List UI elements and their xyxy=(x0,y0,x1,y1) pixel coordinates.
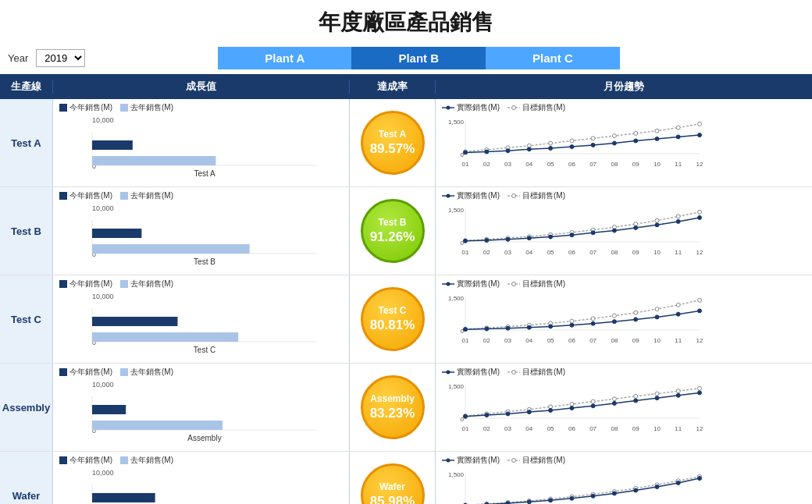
plant-tab-a[interactable]: Plant A xyxy=(218,47,351,69)
svg-text:1,500: 1,500 xyxy=(448,207,465,214)
svg-point-101 xyxy=(698,215,702,219)
legend-last-year: 去年銷售(M) xyxy=(120,367,173,378)
legend-last-year: 去年銷售(M) xyxy=(120,190,173,201)
svg-text:07: 07 xyxy=(589,161,597,168)
svg-point-32 xyxy=(570,139,574,143)
legend-last-year-label: 去年銷售(M) xyxy=(130,279,173,289)
svg-point-47 xyxy=(634,139,638,143)
svg-text:05: 05 xyxy=(547,161,554,168)
svg-text:Test B: Test B xyxy=(194,257,215,266)
svg-point-45 xyxy=(591,143,595,147)
svg-rect-5 xyxy=(92,156,215,165)
row-achieve: Wafer 85.98% xyxy=(350,452,436,504)
svg-point-185 xyxy=(570,403,574,406)
svg-point-110 xyxy=(447,282,451,286)
svg-text:11: 11 xyxy=(675,161,682,168)
svg-text:01: 01 xyxy=(462,337,469,344)
trend-actual-label: 實際銷售(M) xyxy=(457,279,500,289)
legend-this-year-label: 今年銷售(M) xyxy=(69,102,112,113)
year-label: Year xyxy=(8,52,28,64)
svg-point-254 xyxy=(698,477,702,481)
svg-text:07: 07 xyxy=(589,249,597,256)
svg-text:10,000: 10,000 xyxy=(92,469,114,477)
achieve-circle: Test C 80.81% xyxy=(361,287,425,351)
trend-actual-label: 實際銷售(M) xyxy=(457,102,500,113)
svg-point-39 xyxy=(464,151,468,154)
row-label: Test A xyxy=(0,99,53,186)
svg-text:04: 04 xyxy=(525,337,532,344)
row-chart: 今年銷售(M) 去年銷售(M) 10,000 0 Test C xyxy=(53,275,350,363)
svg-text:03: 03 xyxy=(504,337,511,344)
legend-box-dark xyxy=(59,192,67,200)
svg-point-33 xyxy=(591,137,595,140)
svg-text:01: 01 xyxy=(462,249,469,256)
svg-text:07: 07 xyxy=(589,337,597,344)
trend-target-label: 目標銷售(M) xyxy=(522,367,565,378)
svg-text:12: 12 xyxy=(696,249,703,256)
svg-point-135 xyxy=(591,317,595,321)
svg-text:09: 09 xyxy=(632,337,639,344)
trend-target-label: 目標銷售(M) xyxy=(522,279,565,289)
svg-text:06: 06 xyxy=(568,161,575,168)
svg-text:05: 05 xyxy=(547,425,554,432)
trend-legend-actual: 實際銷售(M) xyxy=(442,367,500,378)
legend-box-light xyxy=(120,104,128,112)
plant-tab-c[interactable]: Plant C xyxy=(486,47,620,69)
svg-point-143 xyxy=(506,326,510,330)
svg-point-10 xyxy=(512,106,516,110)
svg-point-195 xyxy=(527,410,531,414)
trend-legend-actual: 實際銷售(M) xyxy=(442,455,500,466)
legend-last-year-label: 去年銷售(M) xyxy=(130,102,173,113)
year-select[interactable]: 2019 2018 2020 xyxy=(36,49,85,67)
svg-text:02: 02 xyxy=(483,161,490,168)
trend-legend-actual: 實際銷售(M) xyxy=(442,102,500,113)
svg-text:04: 04 xyxy=(525,161,532,168)
svg-point-91 xyxy=(485,239,489,243)
svg-point-203 xyxy=(698,391,702,395)
svg-point-147 xyxy=(591,321,595,325)
svg-text:02: 02 xyxy=(483,337,490,344)
col-header-achieve: 達成率 xyxy=(350,80,436,94)
svg-text:1,500: 1,500 xyxy=(448,119,465,126)
svg-text:10,000: 10,000 xyxy=(92,381,114,389)
svg-point-95 xyxy=(570,233,574,237)
chart-legend: 今年銷售(M) 去年銷售(M) xyxy=(59,190,343,201)
circle-pct: 83.23% xyxy=(370,406,415,421)
trend-target-label: 目標銷售(M) xyxy=(522,455,565,466)
legend-box-light xyxy=(120,280,128,288)
svg-point-92 xyxy=(506,237,510,241)
svg-text:05: 05 xyxy=(547,249,554,256)
svg-point-90 xyxy=(464,239,468,243)
svg-point-186 xyxy=(591,399,595,403)
achieve-circle: Test A 89.57% xyxy=(361,111,425,175)
circle-pct: 80.81% xyxy=(370,318,415,333)
legend-last-year-label: 去年銷售(M) xyxy=(130,455,173,466)
svg-point-190 xyxy=(676,389,680,393)
svg-text:Assembly: Assembly xyxy=(187,434,221,442)
circle-label: Wafer xyxy=(379,481,405,492)
page-title: 年度廠區產品銷售 xyxy=(0,0,812,44)
row-label: Test C xyxy=(0,275,53,363)
trend-legend-target: 目標銷售(M) xyxy=(508,455,565,466)
svg-point-163 xyxy=(512,371,516,374)
svg-text:10: 10 xyxy=(654,161,661,168)
svg-text:10: 10 xyxy=(654,337,661,344)
svg-point-146 xyxy=(570,323,574,327)
svg-text:06: 06 xyxy=(568,425,575,432)
plant-tab-b[interactable]: Plant B xyxy=(351,47,486,69)
trend-legend-actual: 實際銷售(M) xyxy=(442,279,500,289)
svg-text:1,500: 1,500 xyxy=(448,295,465,302)
svg-point-34 xyxy=(612,134,616,138)
row-achieve: Assembly 83.23% xyxy=(350,364,436,451)
svg-point-50 xyxy=(698,133,702,137)
svg-point-189 xyxy=(655,392,659,396)
svg-rect-106 xyxy=(92,317,177,326)
svg-point-98 xyxy=(634,225,638,229)
trend-legend: 實際銷售(M) 目標銷售(M) xyxy=(442,190,806,201)
trend-target-label: 目標銷售(M) xyxy=(522,102,565,113)
svg-point-96 xyxy=(591,231,595,235)
svg-text:06: 06 xyxy=(568,249,575,256)
svg-text:Test A: Test A xyxy=(194,169,215,178)
svg-point-198 xyxy=(591,404,595,408)
data-rows: Test A 今年銷售(M) 去年銷售(M) 10,000 0 Test A xyxy=(0,99,812,504)
